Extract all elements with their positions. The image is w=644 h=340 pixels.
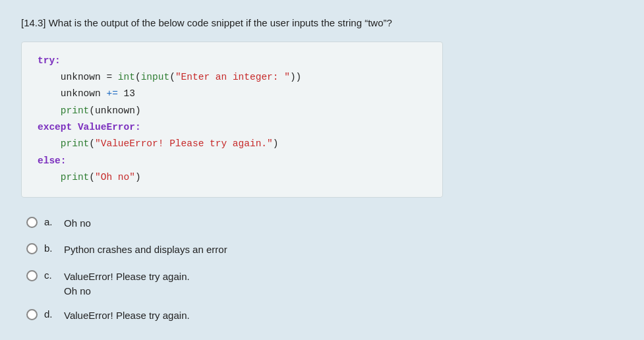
code-line-2: unknown = int(input("Enter an integer: "… — [38, 69, 426, 86]
code-line-5: except ValueError: — [38, 119, 426, 136]
options-list: a. Oh no b. Python crashes and displays … — [21, 216, 623, 324]
option-a-text: Oh no — [64, 216, 91, 231]
option-a-radio[interactable] — [26, 217, 38, 228]
option-d[interactable]: d. ValueError! Please try again. — [26, 308, 623, 324]
code-line-6: print("ValueError! Please try again.") — [38, 136, 426, 152]
option-c[interactable]: c. ValueError! Please try again. Oh no — [26, 269, 623, 297]
option-a[interactable]: a. Oh no — [26, 216, 623, 231]
option-b-letter: b. — [44, 242, 57, 254]
code-line-1: try: — [38, 53, 426, 69]
code-block: try: unknown = int(input("Enter an integ… — [21, 42, 443, 198]
code-line-4: print(unknown) — [38, 103, 426, 119]
option-c-radio[interactable] — [26, 270, 38, 281]
question-container: [14.3] What is the output of the below c… — [21, 16, 623, 324]
code-line-7: else: — [38, 153, 426, 169]
option-a-letter: a. — [44, 216, 57, 227]
option-b-text: Python crashes and displays an error — [64, 242, 227, 258]
option-c-subtext: Oh no — [64, 285, 190, 297]
code-line-8: print("Oh no") — [38, 169, 426, 186]
option-d-letter: d. — [44, 308, 57, 320]
code-line-3: unknown += 13 — [38, 86, 426, 102]
option-b[interactable]: b. Python crashes and displays an error — [26, 242, 623, 258]
option-c-text: ValueError! Please try again. — [64, 271, 190, 282]
option-c-text-block: ValueError! Please try again. Oh no — [64, 269, 190, 297]
option-d-text: ValueError! Please try again. — [64, 308, 190, 324]
option-b-radio[interactable] — [26, 243, 38, 254]
option-d-radio[interactable] — [26, 309, 38, 320]
option-c-letter: c. — [44, 269, 57, 281]
question-header: [14.3] What is the output of the below c… — [21, 16, 623, 31]
